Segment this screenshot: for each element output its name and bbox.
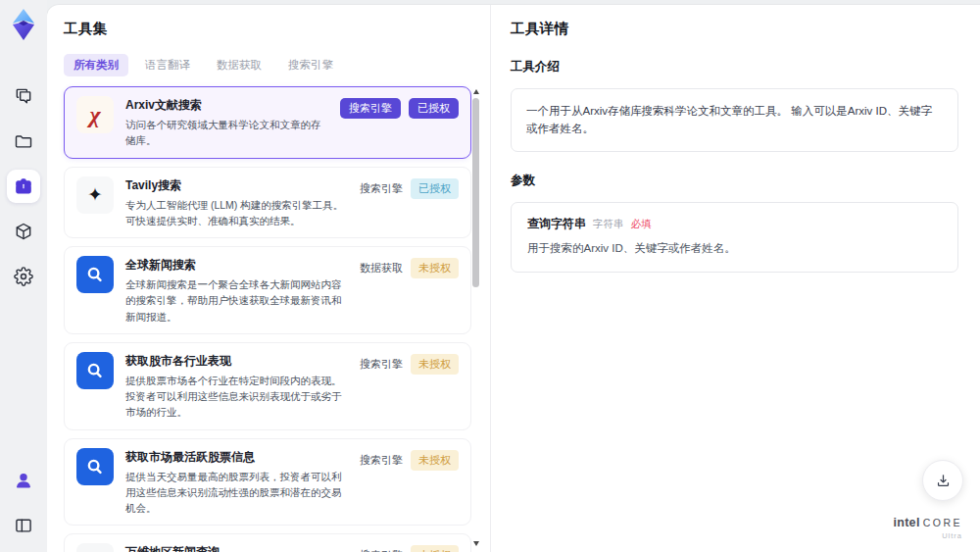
tool-name: 全球新闻搜索 [125, 257, 350, 274]
tool-tags: 搜索引擎 已授权 [360, 176, 459, 199]
tool-card-sector-performance[interactable]: 获取股市各行业表现 提供股票市场各个行业在特定时间段内的表现。投资者可以利用这些… [64, 342, 471, 430]
list-scrollbar[interactable] [472, 89, 479, 546]
tool-info: Arxiv文献搜索 访问各个研究领域大量科学论文和文章的存储库。 [125, 96, 330, 149]
brand-tier: Ultra [893, 532, 962, 540]
parameter-name: 查询字符串 [527, 216, 586, 232]
category-badge: 搜索引擎 [340, 98, 401, 119]
sidebar-item-settings[interactable] [7, 260, 40, 293]
brand-name: intel [893, 517, 919, 529]
tool-description: 提供股票市场各个行业在特定时间段内的表现。投资者可以利用这些信息来识别表现优于或… [125, 373, 350, 421]
parameter-description: 用于搜索的Arxiv ID、关键字或作者姓名。 [527, 240, 942, 257]
tool-name: 万维地区新闻查询 [125, 544, 350, 552]
category-label: 搜索引擎 [360, 453, 403, 468]
params-heading: 参数 [511, 173, 958, 189]
briefcase-icon [14, 176, 33, 196]
tool-info: Tavily搜索 专为人工智能代理 (LLM) 构建的搜索引擎工具。可快速提供实… [125, 176, 350, 229]
tool-name: Arxiv文献搜索 [125, 97, 330, 114]
intro-text: 一个用于从Arxiv存储库搜索科学论文和文章的工具。 输入可以是Arxiv ID… [511, 88, 958, 152]
tool-detail-panel: 工具详情 工具介绍 一个用于从Arxiv存储库搜索科学论文和文章的工具。 输入可… [490, 5, 980, 552]
tab-all-categories[interactable]: 所有类别 [64, 54, 128, 76]
newspaper-icon [76, 543, 114, 552]
tool-info: 获取市场最活跃股票信息 提供当天交易量最高的股票列表，投资者可以利用这些信息来识… [125, 448, 350, 517]
tool-description: 全球新闻搜索是一个聚合全球各大新闻网站内容的搜索引擎，帮助用户快速获取全球最新资… [125, 276, 350, 325]
brand-series: CORE [923, 518, 962, 528]
tool-card-global-news[interactable]: 全球新闻搜索 全球新闻搜索是一个聚合全球各大新闻网站内容的搜索引擎，帮助用户快速… [64, 246, 471, 334]
tool-name: 获取股市各行业表现 [125, 353, 350, 370]
tool-card-most-active-stocks[interactable]: 获取市场最活跃股票信息 提供当天交易量最高的股票列表，投资者可以利用这些信息来识… [64, 438, 471, 527]
parameter-item: 查询字符串 字符串 必填 用于搜索的Arxiv ID、关键字或作者姓名。 [511, 202, 958, 273]
tool-description: 提供当天交易量最高的股票列表，投资者可以利用这些信息来识别流动性强的股票和潜在的… [125, 469, 350, 517]
tool-tags: 搜索引擎 已授权 [340, 96, 459, 119]
tool-description: 专为人工智能代理 (LLM) 构建的搜索引擎工具。可快速提供实时、准确和真实的结… [125, 197, 350, 229]
parameter-required-flag: 必填 [631, 218, 652, 231]
status-badge: 已授权 [409, 98, 459, 119]
tool-card-arxiv[interactable]: χ Arxiv文献搜索 访问各个研究领域大量科学论文和文章的存储库。 搜索引擎 … [64, 86, 471, 159]
tool-tags: 数据获取 未授权 [360, 256, 459, 278]
tool-tags: 搜索引擎 未授权 [360, 448, 459, 471]
tool-description: 访问各个研究领域大量科学论文和文章的存储库。 [125, 117, 330, 149]
app-rail [0, 0, 47, 552]
cube-icon [14, 222, 33, 241]
tab-language-translation[interactable]: 语言翻译 [135, 54, 200, 76]
tool-card-regional-news[interactable]: 万维地区新闻查询 查询具体行政区划内的新闻，快速了解各地新闻动 搜索引擎 未授权 [64, 533, 471, 552]
category-label: 搜索引擎 [360, 548, 403, 552]
gear-icon [14, 267, 33, 286]
status-badge: 已授权 [411, 178, 459, 199]
status-badge: 未授权 [411, 450, 459, 471]
status-badge: 未授权 [411, 354, 459, 375]
tab-search-engine[interactable]: 搜索引擎 [278, 54, 343, 76]
scroll-down-arrow-icon[interactable] [473, 541, 479, 546]
search-icon [76, 256, 114, 293]
category-label: 数据获取 [360, 261, 403, 276]
download-icon [935, 473, 952, 489]
download-button[interactable] [922, 460, 963, 501]
detail-title: 工具详情 [511, 20, 958, 38]
tool-info: 万维地区新闻查询 查询具体行政区划内的新闻，快速了解各地新闻动 [125, 543, 350, 552]
panel-layout-icon [14, 516, 33, 535]
status-badge: 未授权 [411, 258, 459, 278]
category-label: 搜索引擎 [360, 357, 403, 372]
category-tabs: 所有类别 语言翻译 数据获取 搜索引擎 [64, 54, 490, 76]
scrollbar-thumb[interactable] [472, 98, 479, 287]
status-badge: 未授权 [411, 545, 459, 552]
app-logo-icon [9, 9, 38, 40]
parameter-type: 字符串 [593, 218, 624, 231]
person-icon [14, 471, 33, 490]
main-shell: 工具集 所有类别 语言翻译 数据获取 搜索引擎 χ Arxiv文献搜索 访问各个… [47, 5, 980, 552]
tool-list: χ Arxiv文献搜索 访问各个研究领域大量科学论文和文章的存储库。 搜索引擎 … [64, 86, 471, 552]
intro-heading: 工具介绍 [511, 59, 958, 75]
arxiv-icon: χ [76, 96, 114, 133]
page-title: 工具集 [64, 20, 490, 38]
sparkle-icon: ✦ [76, 176, 114, 214]
tool-tags: 搜索引擎 未授权 [360, 543, 459, 552]
tool-info: 全球新闻搜索 全球新闻搜索是一个聚合全球各大新闻网站内容的搜索引擎，帮助用户快速… [125, 256, 350, 325]
tool-tags: 搜索引擎 未授权 [360, 352, 459, 375]
sidebar-item-tools[interactable] [7, 170, 40, 203]
tool-card-tavily[interactable]: ✦ Tavily搜索 专为人工智能代理 (LLM) 构建的搜索引擎工具。可快速提… [64, 167, 471, 239]
user-avatar-button[interactable] [7, 464, 40, 497]
intel-core-logo: intel CORE Ultra [893, 517, 962, 539]
scroll-up-arrow-icon[interactable] [473, 89, 479, 94]
tool-name: Tavily搜索 [125, 177, 350, 194]
category-label: 搜索引擎 [360, 181, 403, 196]
tools-panel: 工具集 所有类别 语言翻译 数据获取 搜索引擎 χ Arxiv文献搜索 访问各个… [47, 5, 490, 552]
tool-info: 获取股市各行业表现 提供股票市场各个行业在特定时间段内的表现。投资者可以利用这些… [125, 352, 350, 421]
search-icon [76, 448, 114, 485]
folder-icon [14, 131, 33, 151]
tool-name: 获取市场最活跃股票信息 [125, 449, 350, 466]
collapse-sidebar-button[interactable] [7, 509, 40, 542]
search-icon [76, 352, 114, 389]
parameter-head: 查询字符串 字符串 必填 [527, 216, 942, 232]
sidebar-item-packages[interactable] [7, 215, 40, 248]
sidebar-item-files[interactable] [7, 125, 40, 158]
chat-icon [14, 86, 33, 106]
tab-data-acquisition[interactable]: 数据获取 [207, 54, 271, 76]
sidebar-item-chat[interactable] [7, 79, 40, 113]
